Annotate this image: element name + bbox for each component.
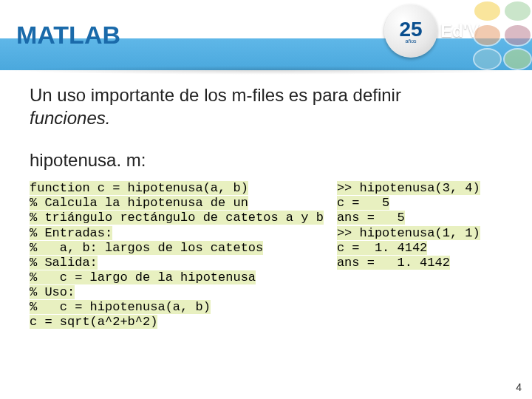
decorative-icons	[473, 0, 532, 70]
filename-label: hipotenusa. m:	[30, 150, 511, 171]
badge-number: 25	[399, 19, 422, 40]
badge-years: años	[405, 38, 416, 44]
slide-header: MATLAB 25 años Ed'V	[0, 0, 532, 70]
slide-content: Un uso importante de los m-files es para…	[0, 70, 532, 330]
logo-area: 25 años Ed'V	[369, 0, 532, 70]
code-function-definition: function c = hipotenusa(a, b) % Calcula …	[30, 181, 324, 329]
page-number: 4	[516, 381, 522, 393]
intro-text: Un uso importante de los m-files es para…	[30, 83, 511, 129]
anniversary-badge: 25 años	[384, 4, 437, 58]
intro-line2: funciones.	[30, 108, 110, 128]
code-row: function c = hipotenusa(a, b) % Calcula …	[30, 181, 511, 329]
page-title: MATLAB	[16, 21, 120, 50]
code-console-output: >> hipotenusa(3, 4) c = 5 ans = 5 >> hip…	[337, 181, 480, 270]
intro-line1: Un uso importante de los m-files es para…	[30, 85, 401, 105]
